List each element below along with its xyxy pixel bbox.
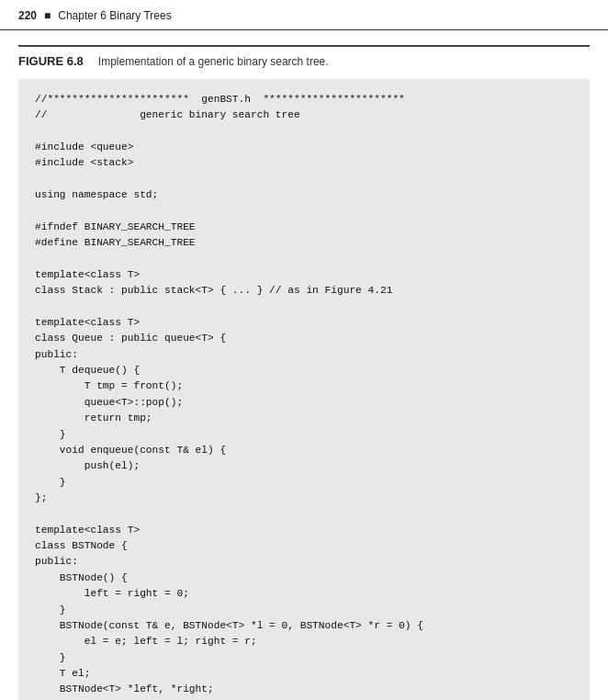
content-area: FIGURE 6.8 Implementation of a generic b… [0,30,608,700]
page-number: 220 [18,9,37,22]
chapter-title: Chapter 6 Binary Trees [58,9,171,22]
code-block: //*********************** genBST.h *****… [18,79,590,700]
page-header: 220 ■ Chapter 6 Binary Trees [0,0,608,30]
page-container: 220 ■ Chapter 6 Binary Trees FIGURE 6.8 … [0,0,608,700]
figure-caption: Implementation of a generic binary searc… [98,55,329,68]
figure-label-row: FIGURE 6.8 Implementation of a generic b… [18,54,590,70]
figure-label: FIGURE 6.8 [18,54,84,68]
top-rule [18,45,590,47]
header-separator-icon: ■ [44,9,51,22]
